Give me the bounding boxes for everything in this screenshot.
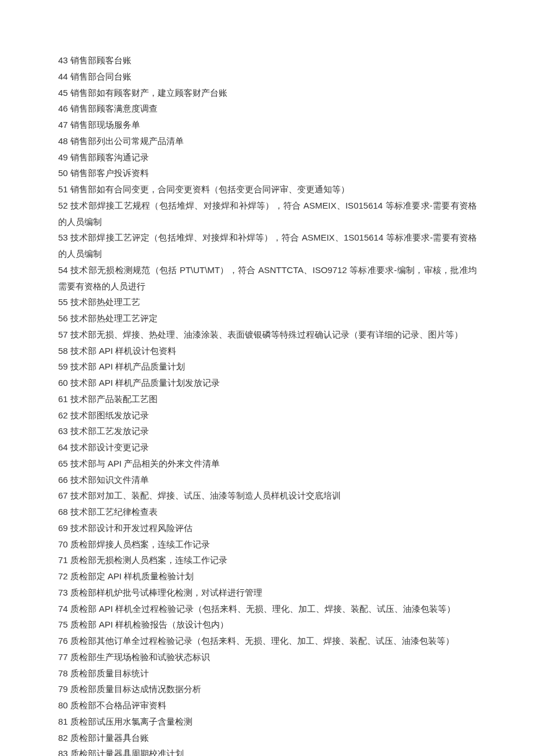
item-text: 技术部设计变更记录 — [70, 442, 149, 452]
item-number: 82 — [58, 733, 68, 743]
item-text: 技术部热处理工艺评定 — [70, 313, 158, 323]
list-item: 57 技术部无损、焊接、热处理、油漆涂装、表面镀银磷等特殊过程确认记录（要有详细… — [58, 327, 477, 343]
item-text: 质检部 API 样机全过程检验记录（包括来料、无损、理化、加工、焊接、装配、试压… — [70, 604, 456, 614]
item-number: 69 — [58, 523, 68, 533]
list-item: 77 质检部生产现场检验和试验状态标识 — [58, 649, 477, 665]
item-text: 技术部知识文件清单 — [70, 475, 149, 485]
item-text: 质检部生产现场检验和试验状态标识 — [70, 652, 210, 662]
item-text: 质检部焊接人员档案，连续工作记录 — [70, 539, 210, 549]
item-number: 79 — [58, 684, 68, 694]
item-text: 质检部样机炉批号试棒理化检测，对试样进行管理 — [70, 587, 262, 597]
list-item: 47 销售部现场服务单 — [58, 117, 477, 133]
item-text: 技术部 API 样机产品质量计划 — [70, 361, 186, 371]
item-text: 质检部试压用水氯离子含量检测 — [70, 716, 192, 726]
list-item: 59 技术部 API 样机产品质量计划 — [58, 359, 477, 375]
list-item: 55 技术部热处理工艺 — [58, 294, 477, 310]
list-item: 65 技术部与 API 产品相关的外来文件清单 — [58, 456, 477, 472]
item-text: 技术部设计和开发过程风险评估 — [70, 523, 192, 533]
item-text: 销售部客户投诉资料 — [70, 168, 149, 178]
list-item: 64 技术部设计变更记录 — [58, 439, 477, 456]
item-text: 质检部计量器具周期校准计划 — [70, 748, 184, 756]
list-item: 72 质检部定 API 样机质量检验计划 — [58, 568, 477, 585]
item-text: 销售部列出公司常规产品清单 — [70, 136, 184, 146]
item-number: 73 — [58, 587, 68, 597]
list-item: 81 质检部试压用水氯离子含量检测 — [58, 714, 477, 730]
item-number: 81 — [58, 716, 68, 726]
list-item: 68 技术部工艺纪律检查表 — [58, 504, 477, 520]
item-number: 47 — [58, 120, 68, 130]
item-number: 53 — [58, 232, 68, 242]
list-item: 74 质检部 API 样机全过程检验记录（包括来料、无损、理化、加工、焊接、装配… — [58, 601, 477, 617]
list-item: 83 质检部计量器具周期校准计划 — [58, 746, 477, 756]
list-item: 70 质检部焊接人员档案，连续工作记录 — [58, 536, 477, 553]
document-list: 43 销售部顾客台账44 销售部合同台账45 销售部如有顾客财产，建立顾客财产台… — [58, 52, 477, 756]
item-number: 63 — [58, 426, 68, 436]
item-text: 技术部无损、焊接、热处理、油漆涂装、表面镀银磷等特殊过程确认记录（要有详细的记录… — [70, 329, 463, 339]
item-number: 61 — [58, 394, 68, 404]
list-item: 80 质检部不合格品评审资料 — [58, 697, 477, 714]
list-item: 54 技术部无损检测规范（包括 PT\UT\MT），符合 ASNTTCTA、IS… — [58, 262, 477, 295]
list-item: 60 技术部 API 样机产品质量计划发放记录 — [58, 375, 477, 391]
list-item: 82 质检部计量器具台账 — [58, 730, 477, 746]
item-number: 68 — [58, 507, 68, 517]
item-number: 75 — [58, 619, 68, 629]
item-number: 49 — [58, 152, 68, 162]
item-number: 52 — [58, 200, 68, 210]
item-number: 51 — [58, 184, 68, 194]
item-text: 销售部顾客满意度调查 — [70, 103, 158, 113]
list-item: 53 技术部焊接工艺评定（包括堆焊、对接焊和补焊等），符合 ASMEIX、1S0… — [58, 230, 477, 262]
item-number: 54 — [58, 265, 68, 275]
item-text: 质检部质量目标统计 — [70, 668, 149, 678]
list-item: 46 销售部顾客满意度调查 — [58, 101, 477, 117]
item-number: 55 — [58, 297, 68, 307]
item-text: 技术部无损检测规范（包括 PT\UT\MT），符合 ASNTTCTA、ISO97… — [58, 265, 477, 291]
item-text: 技术部热处理工艺 — [70, 297, 140, 307]
item-text: 技术部工艺纪律检查表 — [70, 507, 158, 517]
list-item: 58 技术部 API 样机设计包资料 — [58, 343, 477, 359]
item-number: 71 — [58, 555, 68, 565]
item-text: 质检部 API 样机检验报告（放设计包内） — [70, 619, 229, 629]
item-number: 59 — [58, 361, 68, 371]
list-item: 50 销售部客户投诉资料 — [58, 165, 477, 181]
list-item: 73 质检部样机炉批号试棒理化检测，对试样进行管理 — [58, 585, 477, 601]
item-number: 80 — [58, 700, 68, 710]
list-item: 45 销售部如有顾客财产，建立顾客财产台账 — [58, 85, 477, 101]
item-number: 45 — [58, 88, 68, 98]
list-item: 76 质检部其他订单全过程检验记录（包括来料、无损、理化、加工、焊接、装配、试压… — [58, 633, 477, 649]
item-text: 技术部图纸发放记录 — [70, 410, 149, 420]
item-number: 74 — [58, 604, 68, 614]
item-number: 60 — [58, 378, 68, 388]
item-text: 质检部不合格品评审资料 — [70, 700, 166, 710]
list-item: 67 技术部对加工、装配、焊接、试压、油漆等制造人员样机设计交底培训 — [58, 488, 477, 504]
item-text: 技术部焊接工艺评定（包括堆焊、对接焊和补焊等），符合 ASMEIX、1S0156… — [58, 232, 477, 259]
list-item: 62 技术部图纸发放记录 — [58, 407, 477, 424]
item-number: 50 — [58, 168, 68, 178]
item-text: 技术部 API 样机设计包资料 — [70, 346, 177, 356]
item-number: 67 — [58, 490, 68, 500]
list-item: 51 销售部如有合同变更，合同变更资料（包括变更合同评审、变更通知等） — [58, 181, 477, 198]
item-number: 48 — [58, 136, 68, 146]
item-text: 销售部顾客沟通记录 — [70, 152, 149, 162]
item-text: 销售部顾客台账 — [70, 55, 131, 65]
item-text: 技术部 API 样机产品质量计划发放记录 — [70, 378, 220, 388]
list-item: 71 质检部无损检测人员档案，连续工作记录 — [58, 552, 477, 568]
item-text: 销售部如有合同变更，合同变更资料（包括变更合同评审、变更通知等） — [70, 184, 349, 194]
list-item: 75 质检部 API 样机检验报告（放设计包内） — [58, 617, 477, 633]
item-number: 78 — [58, 668, 68, 678]
item-text: 质检部质量目标达成情况数据分析 — [70, 684, 201, 694]
item-text: 技术部产品装配工艺图 — [70, 394, 158, 404]
list-item: 52 技术部焊接工艺规程（包括堆焊、对接焊和补焊等），符合 ASMEIX、IS0… — [58, 198, 477, 230]
item-text: 质检部计量器具台账 — [70, 733, 149, 743]
list-item: 63 技术部工艺发放记录 — [58, 423, 477, 439]
item-text: 技术部与 API 产品相关的外来文件清单 — [70, 458, 220, 468]
item-text: 技术部焊接工艺规程（包括堆焊、对接焊和补焊等），符合 ASMEIX、IS0156… — [58, 200, 477, 227]
list-item: 69 技术部设计和开发过程风险评估 — [58, 520, 477, 536]
item-text: 销售部现场服务单 — [70, 120, 140, 130]
item-number: 70 — [58, 539, 68, 549]
item-number: 58 — [58, 346, 68, 356]
item-number: 83 — [58, 748, 68, 756]
item-number: 65 — [58, 458, 68, 468]
item-number: 44 — [58, 71, 68, 81]
item-text: 质检部定 API 样机质量检验计划 — [70, 571, 194, 581]
list-item: 61 技术部产品装配工艺图 — [58, 391, 477, 407]
